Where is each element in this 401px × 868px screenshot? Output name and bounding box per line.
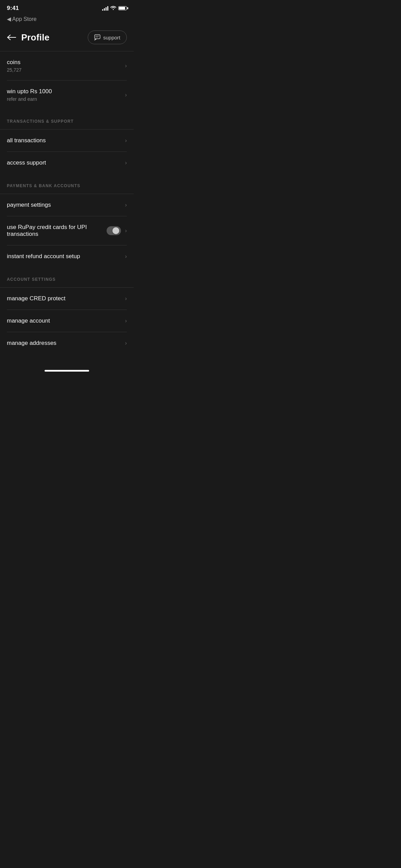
payment-settings-title: payment settings [7,202,51,208]
instant-refund-chevron: › [125,253,127,260]
refer-content: win upto Rs 1000 refer and earn [7,88,52,102]
payment-settings-item[interactable]: payment settings › [0,194,134,216]
rupay-toggle[interactable] [107,226,121,235]
support-button[interactable]: support [88,31,127,44]
app-store-back-label: ◀ App Store [7,16,37,22]
refer-chevron: › [125,92,127,98]
transactions-section-label: TRANSACTIONS & SUPPORT [0,109,134,129]
battery-icon [118,6,127,10]
manage-addresses-chevron: › [125,340,127,346]
svg-rect-1 [95,35,100,39]
status-icons [102,5,127,11]
page-header: Profile support [0,25,134,51]
home-indicator [0,364,134,375]
content-area: coins 25,727 › win upto Rs 1000 refer an… [0,51,134,364]
access-support-title: access support [7,159,46,166]
home-bar [45,370,89,372]
coins-value: 25,727 [7,67,22,73]
refer-subtitle: refer and earn [7,96,52,102]
manage-addresses-item[interactable]: manage addresses › [0,332,134,354]
header-left: Profile [7,32,49,43]
coins-item[interactable]: coins 25,727 › [0,51,134,80]
coins-title: coins [7,59,22,66]
manage-cred-protect-item[interactable]: manage CRED protect › [0,288,134,310]
signal-icon [102,6,108,11]
instant-refund-item[interactable]: instant refund account setup › [0,245,134,267]
manage-account-chevron: › [125,318,127,324]
all-transactions-item[interactable]: all transactions › [0,130,134,152]
page-title: Profile [21,32,49,43]
manage-addresses-title: manage addresses [7,340,57,347]
coins-chevron: › [125,63,127,69]
manage-cred-protect-title: manage CRED protect [7,295,65,302]
back-button[interactable] [7,35,16,40]
status-bar: 9:41 [0,0,134,14]
payments-section-label: PAYMENTS & BANK ACCOUNTS [0,174,134,194]
payment-settings-chevron: › [125,202,127,208]
account-settings-section-label: ACCOUNT SETTINGS [0,267,134,287]
access-support-item[interactable]: access support › [0,152,134,174]
all-transactions-chevron: › [125,137,127,144]
app-store-back-button[interactable]: ◀ App Store [7,16,127,22]
support-label: support [103,35,120,40]
instant-refund-title: instant refund account setup [7,253,80,260]
rupay-title: use RuPay credit cards for UPI transacti… [7,224,107,238]
status-time: 9:41 [7,5,19,12]
refer-title: win upto Rs 1000 [7,88,52,95]
rupay-chevron: › [125,228,127,234]
refer-item[interactable]: win upto Rs 1000 refer and earn › [0,81,134,109]
toggle-thumb [112,227,119,234]
wifi-icon [110,5,116,11]
manage-cred-protect-chevron: › [125,296,127,302]
app-store-bar[interactable]: ◀ App Store [0,14,134,25]
manage-account-item[interactable]: manage account › [0,310,134,332]
rupay-item[interactable]: use RuPay credit cards for UPI transacti… [0,216,134,245]
support-chat-icon [94,34,100,40]
all-transactions-title: all transactions [7,137,46,144]
access-support-chevron: › [125,160,127,166]
coins-content: coins 25,727 [7,59,22,73]
manage-account-title: manage account [7,317,50,324]
